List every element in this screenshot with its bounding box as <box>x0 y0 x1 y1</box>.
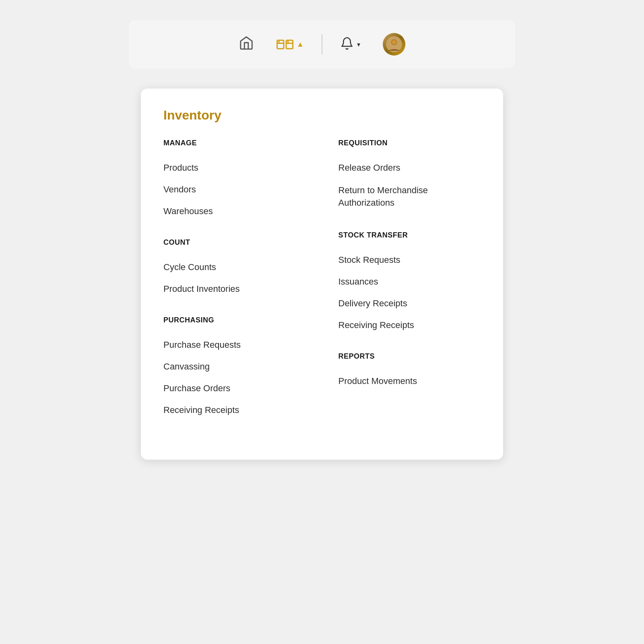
delivery-receipts-item[interactable]: Delivery Receipts <box>339 293 481 314</box>
requisition-section-title: REQUISITION <box>339 139 481 147</box>
manage-section: MANAGE Products Vendors Warehouses <box>163 139 306 222</box>
stock-requests-item[interactable]: Stock Requests <box>339 249 481 271</box>
manage-section-title: MANAGE <box>163 139 306 147</box>
count-section: COUNT Cycle Counts Product Inventories <box>163 238 306 300</box>
return-merchandise-item[interactable]: Return to Merchandise Authorizations <box>339 179 481 215</box>
purchasing-section: PURCHASING Purchase Requests Canvassing … <box>163 316 306 421</box>
menu-column-left: MANAGE Products Vendors Warehouses COUNT… <box>163 139 322 437</box>
product-movements-item[interactable]: Product Movements <box>339 370 481 392</box>
home-icon <box>239 35 254 54</box>
stock-transfer-section: STOCK TRANSFER Stock Requests Issuances … <box>339 231 481 336</box>
dropdown-menu: Inventory MANAGE Products Vendors Wareho… <box>141 89 503 460</box>
avatar <box>383 33 405 56</box>
canvassing-item[interactable]: Canvassing <box>163 356 306 378</box>
stock-transfer-section-title: STOCK TRANSFER <box>339 231 481 239</box>
cycle-counts-item[interactable]: Cycle Counts <box>163 256 306 278</box>
release-orders-item[interactable]: Release Orders <box>339 157 481 179</box>
requisition-section: REQUISITION Release Orders Return to Mer… <box>339 139 481 215</box>
avatar-nav-item[interactable] <box>378 30 410 59</box>
avatar-image <box>383 33 405 56</box>
issuances-item[interactable]: Issuances <box>339 271 481 293</box>
menu-column-right: REQUISITION Release Orders Return to Mer… <box>322 139 481 437</box>
nav-separator <box>322 34 322 54</box>
reports-section-title: REPORTS <box>339 352 481 361</box>
reports-section: REPORTS Product Movements <box>339 352 481 392</box>
count-section-title: COUNT <box>163 238 306 247</box>
bell-chevron-icon: ▾ <box>357 41 360 48</box>
warehouses-item[interactable]: Warehouses <box>163 200 306 222</box>
purchase-orders-item[interactable]: Purchase Orders <box>163 378 306 399</box>
menu-columns: MANAGE Products Vendors Warehouses COUNT… <box>163 139 481 437</box>
bell-nav-item[interactable]: ▾ <box>335 33 365 55</box>
svg-rect-0 <box>277 40 284 49</box>
inventory-chevron-icon: ▲ <box>297 40 304 49</box>
dropdown-container: Inventory MANAGE Products Vendors Wareho… <box>129 89 515 460</box>
navbar: ▲ ▾ <box>0 0 644 89</box>
purchase-requests-item[interactable]: Purchase Requests <box>163 334 306 356</box>
purchasing-section-title: PURCHASING <box>163 316 306 324</box>
bell-icon <box>340 37 354 52</box>
navbar-inner: ▲ ▾ <box>129 20 515 68</box>
inventory-icon <box>277 35 293 54</box>
svg-point-8 <box>392 40 396 45</box>
products-item[interactable]: Products <box>163 157 306 179</box>
svg-rect-1 <box>286 40 293 49</box>
purchasing-receiving-receipts-item[interactable]: Receiving Receipts <box>163 399 306 421</box>
product-inventories-item[interactable]: Product Inventories <box>163 278 306 300</box>
transfer-receiving-receipts-item[interactable]: Receiving Receipts <box>339 314 481 336</box>
vendors-item[interactable]: Vendors <box>163 179 306 200</box>
inventory-nav-item[interactable]: ▲ <box>272 32 309 57</box>
menu-title: Inventory <box>163 108 481 123</box>
home-nav-item[interactable] <box>234 32 259 57</box>
